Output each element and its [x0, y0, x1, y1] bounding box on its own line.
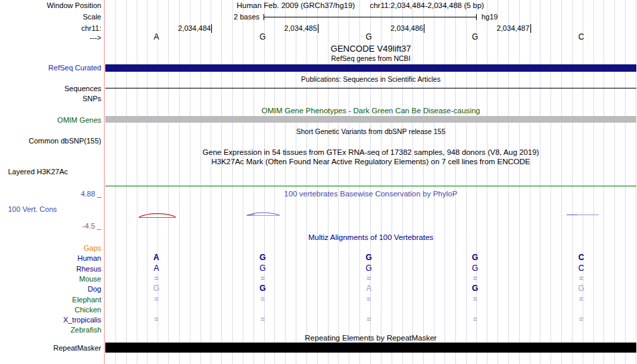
- species-label-dog[interactable]: Dog: [88, 285, 101, 293]
- track-label-sequences[interactable]: Sequences: [64, 84, 101, 93]
- alignment-base[interactable]: C: [578, 253, 584, 262]
- ruler-base-letter: C: [578, 33, 584, 42]
- ruler-base-letter: G: [365, 33, 371, 42]
- omim-track-caption[interactable]: OMIM Gene Phenotypes - Dark Green Can Be…: [105, 107, 636, 115]
- omim-gene-bar[interactable]: [105, 116, 636, 123]
- window-position-label: Window Position: [47, 1, 101, 9]
- refseq-track-caption[interactable]: RefSeq genes from NCBI: [105, 54, 636, 62]
- scale-value: 2 bases: [233, 13, 259, 21]
- alignment-base[interactable]: C: [578, 264, 584, 273]
- species-label-chicken[interactable]: Chicken: [74, 306, 101, 314]
- alignment-base[interactable]: G: [259, 284, 266, 293]
- alignment-base[interactable]: G: [365, 264, 371, 273]
- alignment-base[interactable]: A: [154, 253, 160, 262]
- alignment-base[interactable]: =: [367, 315, 371, 324]
- direction-arrow: --->: [90, 34, 101, 42]
- alignment-base[interactable]: =: [579, 315, 583, 324]
- track-label-omim-genes[interactable]: OMIM Genes: [58, 116, 101, 124]
- scale-label: Scale: [82, 13, 101, 21]
- alignment-base[interactable]: A: [366, 284, 371, 293]
- position-title: chr11:2,034,484-2,034,488 (5 bp): [369, 1, 484, 9]
- ruler-base-letter: G: [259, 33, 266, 42]
- alignment-base[interactable]: G: [365, 253, 371, 262]
- assembly-short-name: hg19: [481, 13, 498, 21]
- chromosome-label: chr11:: [81, 24, 101, 32]
- track-label-refseq-curated[interactable]: RefSeq Curated: [48, 64, 101, 72]
- window-position-title: Human Feb. 2009 (GRCh37/hg19)chr11:2,034…: [237, 1, 484, 9]
- species-label-human[interactable]: Human: [78, 254, 101, 262]
- alignment-base[interactable]: G: [472, 264, 478, 273]
- species-label-mouse[interactable]: Mouse: [79, 275, 101, 283]
- genome-browser: Window Position Scale chr11: ---> RefSeq…: [0, 0, 637, 364]
- h3k27ac-track-caption[interactable]: H3K27Ac Mark (Often Found Near Active Re…: [105, 158, 636, 166]
- track-area[interactable]: Human Feb. 2009 (GRCh37/hg19)chr11:2,034…: [105, 0, 636, 364]
- alignment-base[interactable]: =: [260, 295, 264, 304]
- alignment-base[interactable]: =: [473, 295, 477, 304]
- gtex-track-caption[interactable]: Gene Expression in 54 tissues from GTEx …: [105, 148, 636, 156]
- alignment-base[interactable]: =: [367, 274, 371, 283]
- alignment-base[interactable]: G: [472, 253, 478, 262]
- alignment-base[interactable]: =: [154, 274, 158, 283]
- alignment-base[interactable]: G: [259, 253, 266, 262]
- ruler-tick-label: 2,034,486: [390, 24, 424, 33]
- species-label-rhesus[interactable]: Rhesus: [76, 265, 101, 273]
- track-label-repeatmasker[interactable]: RepeatMasker: [53, 344, 101, 352]
- track-label-common-dbsnp[interactable]: Common dbSNP(155): [29, 137, 101, 145]
- alignment-base[interactable]: G: [259, 264, 266, 273]
- h3k27ac-track-baseline[interactable]: [105, 186, 636, 186]
- track-label-layered-h3k27ac[interactable]: Layered H3K27Ac: [8, 168, 68, 176]
- alignment-base[interactable]: =: [154, 295, 158, 304]
- dbsnp-track-caption[interactable]: Short Genetic Variants from dbSNP releas…: [105, 127, 636, 135]
- phylop-track-caption[interactable]: 100 vertebrates Basewise Conservation by…: [105, 190, 636, 198]
- conservation-wiggle-plot[interactable]: [105, 206, 636, 223]
- repeatmasker-track-caption[interactable]: Repeating Elements by RepeatMasker: [105, 334, 636, 342]
- species-label-gaps[interactable]: Gaps: [84, 244, 101, 252]
- publications-track-caption[interactable]: Publications: Sequences in Scientific Ar…: [105, 75, 636, 83]
- ruler-base-letter: A: [154, 33, 159, 42]
- alignment-base[interactable]: =: [260, 274, 264, 283]
- gencode-track-caption[interactable]: GENCODE V49lift37: [105, 44, 636, 54]
- repeatmasker-element-bar[interactable]: [105, 343, 636, 353]
- conservation-max-value: 4.88 _: [80, 190, 101, 198]
- alignment-base[interactable]: G: [578, 284, 584, 293]
- ruler-tick-label: 2,034,484: [178, 24, 212, 33]
- ruler-base-letter: G: [472, 33, 478, 42]
- species-label-x_tropicalis[interactable]: X_tropicalis: [63, 316, 101, 324]
- alignment-base[interactable]: G: [472, 284, 478, 293]
- alignment-base[interactable]: =: [367, 295, 371, 304]
- track-label-snps[interactable]: SNPs: [82, 95, 101, 103]
- alignment-base[interactable]: =: [473, 274, 477, 283]
- alignment-base[interactable]: =: [579, 295, 583, 304]
- label-gutter: Window Position Scale chr11: ---> RefSeq…: [0, 0, 104, 364]
- track-left-edge-line: [104, 0, 105, 364]
- wiggle-red-arc: [139, 214, 176, 217]
- conservation-min-value: -4.5 _: [82, 222, 101, 230]
- refseq-curated-gene-bar[interactable]: [105, 64, 636, 72]
- species-label-zebrafish[interactable]: Zebrafish: [70, 326, 101, 334]
- alignment-base[interactable]: G: [154, 284, 160, 293]
- alignment-base[interactable]: =: [154, 315, 158, 324]
- alignment-base[interactable]: A: [154, 264, 159, 273]
- alignment-base[interactable]: =: [579, 274, 583, 283]
- ruler-tick-label: 2,034,485: [284, 24, 318, 33]
- alignment-base[interactable]: =: [473, 315, 477, 324]
- scale-bar: [264, 14, 477, 20]
- ruler-tick-label: 2,034,487: [497, 24, 531, 33]
- track-label-100-vert-cons[interactable]: 100 Vert. Cons: [8, 205, 57, 213]
- assembly-title: Human Feb. 2009 (GRCh37/hg19): [237, 1, 355, 9]
- sequences-track-line[interactable]: [105, 88, 636, 88]
- species-label-elephant[interactable]: Elephant: [72, 296, 101, 304]
- alignment-base[interactable]: =: [260, 315, 264, 324]
- multiz-track-caption[interactable]: Multiz Alignments of 100 Vertebrates: [105, 233, 636, 241]
